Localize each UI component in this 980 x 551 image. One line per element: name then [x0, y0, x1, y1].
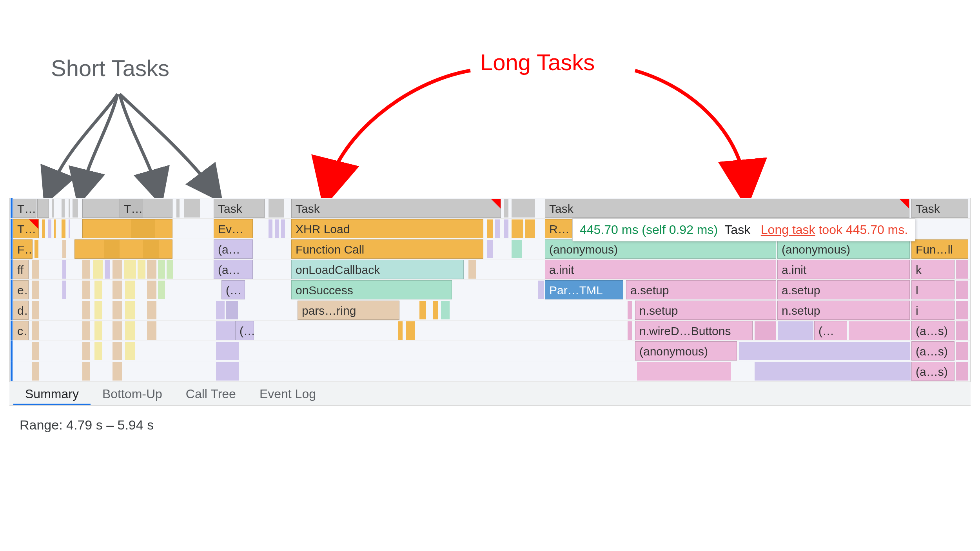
- frame-micro[interactable]: [281, 219, 285, 238]
- frame-block[interactable]: df: [13, 301, 29, 320]
- frame-micro[interactable]: [34, 240, 38, 258]
- frame-micro[interactable]: [525, 219, 535, 238]
- frame-micro[interactable]: [32, 362, 39, 381]
- frame-micro[interactable]: [113, 301, 122, 319]
- frame-micro[interactable]: [113, 281, 122, 299]
- frame-micro[interactable]: [956, 342, 968, 360]
- task-micro[interactable]: [269, 199, 284, 218]
- frame-micro[interactable]: [419, 301, 426, 319]
- frame-micro[interactable]: [226, 301, 238, 319]
- task-block[interactable]: T…k: [13, 199, 36, 218]
- frame-micro[interactable]: [82, 362, 90, 381]
- frame-micro[interactable]: [849, 321, 910, 340]
- frame-micro[interactable]: [755, 321, 776, 340]
- frame-micro[interactable]: [105, 260, 110, 279]
- task-micro[interactable]: [184, 199, 200, 218]
- frame-i[interactable]: i: [911, 301, 955, 320]
- frame-micro[interactable]: [32, 321, 39, 340]
- frame-micro[interactable]: [441, 301, 450, 319]
- frame-micro[interactable]: [125, 342, 135, 360]
- frame-micro[interactable]: [62, 219, 65, 238]
- task-micro[interactable]: [52, 199, 54, 218]
- frame-block[interactable]: ef: [13, 280, 29, 299]
- frame-micro[interactable]: [956, 301, 968, 319]
- frame-micro[interactable]: [512, 240, 522, 258]
- frame-function-call[interactable]: Fun…ll: [911, 239, 968, 259]
- frame-anon[interactable]: (a…s): [911, 341, 955, 361]
- frame-micro[interactable]: [113, 362, 122, 381]
- frame-micro[interactable]: [143, 240, 159, 258]
- frame-micro[interactable]: [739, 342, 910, 360]
- frame-micro[interactable]: [504, 219, 508, 238]
- frame-micro[interactable]: [216, 362, 239, 381]
- tab-event-log[interactable]: Event Log: [248, 382, 328, 405]
- frame-micro[interactable]: [147, 301, 156, 319]
- frame-paren[interactable]: (…): [221, 280, 245, 299]
- frame-block[interactable]: ff: [13, 260, 29, 279]
- frame-micro[interactable]: [113, 321, 122, 340]
- task-micro[interactable]: [62, 199, 65, 218]
- frame-k[interactable]: k: [911, 260, 955, 279]
- frame-micro[interactable]: [125, 321, 135, 340]
- frame-micro[interactable]: [158, 281, 165, 299]
- frame-micro[interactable]: [42, 219, 45, 238]
- frame-paren[interactable]: (…: [235, 321, 254, 340]
- tab-summary[interactable]: Summary: [13, 382, 91, 405]
- frame-micro[interactable]: [94, 301, 102, 319]
- frame-micro[interactable]: [956, 321, 968, 340]
- frame-micro[interactable]: [216, 301, 225, 319]
- frame-micro[interactable]: [54, 219, 56, 238]
- frame-parse-html[interactable]: Par…TML: [545, 280, 623, 299]
- frame-micro[interactable]: [104, 240, 120, 258]
- frame-micro[interactable]: [48, 219, 51, 238]
- frame-micro[interactable]: [512, 219, 523, 238]
- frame-micro[interactable]: [637, 362, 731, 381]
- frame-anonymous[interactable]: (anonymous): [777, 239, 910, 259]
- frame-micro[interactable]: [628, 301, 632, 319]
- frame-onload[interactable]: onLoadCallback: [291, 260, 464, 279]
- frame-block[interactable]: cf: [13, 321, 29, 340]
- task-micro[interactable]: [512, 199, 535, 218]
- frame-micro[interactable]: [32, 281, 39, 299]
- task-block[interactable]: T…: [120, 199, 143, 218]
- frame-micro[interactable]: [495, 219, 500, 238]
- frame-micro[interactable]: [82, 342, 90, 360]
- task-block[interactable]: Task: [214, 199, 265, 218]
- frame-asetup[interactable]: a.setup: [777, 280, 910, 299]
- frame-block[interactable]: Ev…pt: [214, 219, 253, 238]
- frame-micro[interactable]: [167, 260, 173, 279]
- frame-micro[interactable]: [216, 342, 239, 360]
- frame-micro[interactable]: [62, 240, 66, 258]
- frame-xhr-load[interactable]: XHR Load: [291, 219, 483, 238]
- frame-anon[interactable]: (a…s): [214, 260, 253, 279]
- task-micro[interactable]: [69, 199, 70, 218]
- frame-micro[interactable]: [778, 321, 813, 340]
- frame-micro[interactable]: [628, 321, 632, 340]
- frame-micro[interactable]: [125, 301, 135, 319]
- frame-anonymous[interactable]: (anonymous): [635, 341, 737, 361]
- frame-ainit[interactable]: a.init: [777, 260, 910, 279]
- frame-micro[interactable]: [956, 281, 968, 299]
- task-block[interactable]: Task: [911, 199, 968, 218]
- frame-micro[interactable]: [93, 260, 103, 279]
- frame-nsetup[interactable]: n.setup: [777, 301, 910, 320]
- frame-micro[interactable]: [32, 342, 39, 360]
- frame-anon[interactable]: (a…s): [911, 321, 955, 340]
- frame-micro[interactable]: [32, 260, 39, 279]
- frame-micro[interactable]: [82, 321, 90, 340]
- frame-micro[interactable]: [956, 362, 968, 381]
- frame-block[interactable]: [82, 219, 172, 238]
- frame-micro[interactable]: [94, 342, 102, 360]
- frame-l[interactable]: l: [911, 280, 955, 299]
- frame-micro[interactable]: [94, 321, 102, 340]
- frame-micro[interactable]: [406, 321, 415, 340]
- frame-micro[interactable]: [62, 281, 66, 299]
- frame-paren[interactable]: (…: [814, 321, 847, 340]
- tab-call-tree[interactable]: Call Tree: [174, 382, 248, 405]
- frame-nsetup[interactable]: n.setup: [635, 301, 776, 320]
- task-micro[interactable]: [176, 199, 180, 218]
- frame-micro[interactable]: [82, 301, 90, 319]
- frame-micro[interactable]: [755, 362, 911, 381]
- frame-micro[interactable]: [398, 321, 403, 340]
- frame-micro[interactable]: [138, 260, 145, 279]
